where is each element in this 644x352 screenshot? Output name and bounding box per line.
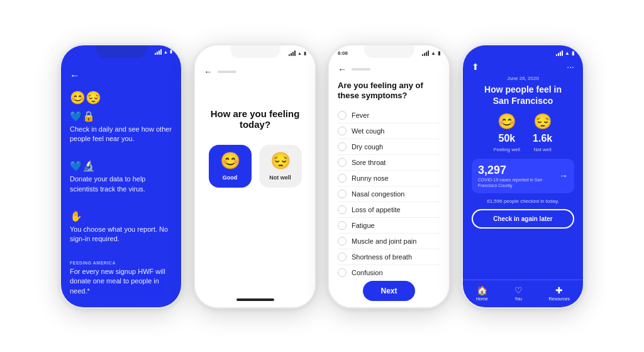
good-option[interactable]: 😊 Good [209,145,252,188]
phone-3-content: ← Are you feeling any of these symptoms?… [329,59,449,307]
status-time-3: 8:08 [338,50,348,56]
phone-4-screen: ▲ ▮ ⬆ ··· June 26, 2020 How people feel … [463,45,583,307]
feeding-america-section: FEEDING AMERICA For every new signup HWF… [70,261,172,305]
section-2: 💙🔬 Donate your data to help scientists t… [70,160,172,203]
symptom-dry-cough[interactable]: Dry cough [338,139,440,155]
nav-home[interactable]: 🏠 Home [476,285,488,301]
nav-resources[interactable]: ✚ Resources [549,285,570,301]
more-icon[interactable]: ··· [567,62,574,72]
battery-icon-1: ▮ [170,49,172,54]
progress-indicator-2 [218,71,236,73]
next-button-3[interactable]: Next [363,281,414,301]
wifi-icon-1: ▲ [164,50,168,54]
battery-icon-2: ▮ [304,51,306,56]
notwell-option[interactable]: 😔 Not well [259,145,302,188]
phone-2-content: ← How are you feeling today? 😊 Good 😔 No… [195,59,315,298]
notwell-emoji: 😔 [533,113,552,130]
home-nav-label: Home [476,297,488,301]
well-stat: 😊 50k Feeling well [494,113,520,152]
checkbox-sore-throat[interactable] [338,158,347,167]
feeling-stats: 😊 50k Feeling well 😔 1.6k Not well [463,113,583,159]
covid-arrow-icon[interactable]: → [559,171,568,181]
back-button-2[interactable]: ← [204,67,213,77]
nav-2: ← [204,64,306,77]
symptom-wet-cough[interactable]: Wet cough [338,123,440,139]
symptom-shortness-breath[interactable]: Shortness of breath [338,249,440,265]
resources-nav-label: Resources [549,297,570,301]
symptom-label-dry-cough: Dry cough [352,143,383,150]
icon-1: 💙🔒 [70,110,172,122]
dashboard-date: June 26, 2020 [463,76,583,84]
checkbox-loss-appetite[interactable] [338,205,347,214]
symptom-label-confusion: Confusion [352,269,383,276]
notwell-label: Not well [533,147,551,152]
you-nav-label: You [514,297,522,301]
symptom-runny-nose[interactable]: Runny nose [338,171,440,186]
signal-icon-3 [422,50,429,56]
covid-card[interactable]: 3,297 COVID-19 cases reported in San Fra… [472,159,574,193]
phone-2-screen: ▲ ▮ ← How are you feeling today? 😊 Good … [195,45,315,307]
checkbox-muscle-pain[interactable] [338,237,347,246]
symptom-fever[interactable]: Fever [338,108,440,123]
share-icon[interactable]: ⬆ [472,62,479,72]
covid-card-info: 3,297 COVID-19 cases reported in San Fra… [478,164,559,188]
checkbox-runny-nose[interactable] [338,174,347,183]
symptom-label-runny-nose: Runny nose [352,174,389,182]
checkbox-nasal-congestion[interactable] [338,190,347,198]
covid-label: COVID-19 cases reported in San Francisco… [478,177,559,188]
symptom-list: Fever Wet cough Dry cough Sore throat [338,108,440,276]
phone-3-symptoms: 8:08 ▲ ▮ ← Are you feeling any of these … [328,44,450,309]
phone-3-screen: 8:08 ▲ ▮ ← Are you feeling any of these … [329,45,449,307]
checkbox-shortness-breath[interactable] [338,253,347,261]
wifi-icon-2: ▲ [297,51,302,55]
feeling-options: 😊 Good 😔 Not well [204,145,306,188]
symptom-nasal-congestion[interactable]: Nasal congestion [338,186,440,202]
app-scene: ▲ ▮ ← 😊😔 💙🔒 Check in daily and see how o… [0,0,644,352]
back-button-3[interactable]: ← [338,64,347,74]
text-2: Donate your data to help scientists trac… [70,174,172,194]
phone-1-content: ← 😊😔 💙🔒 Check in daily and see how other… [61,56,181,307]
title-city: San Francisco [472,95,574,106]
phone-4-dashboard: ▲ ▮ ⬆ ··· June 26, 2020 How people feel … [462,44,584,309]
progress-indicator-3 [352,68,370,71]
symptom-label-shortness-breath: Shortness of breath [352,253,412,261]
well-emoji: 😊 [497,113,516,130]
symptom-label-sore-throat: Sore throat [352,159,386,166]
nav-you[interactable]: ♡ You [514,285,523,301]
symptom-fatigue[interactable]: Fatigue [338,218,440,234]
symptom-label-muscle-pain: Muscle and joint pain [352,237,416,245]
notch-4 [498,45,548,58]
question-2: How are you feeling today? [204,108,306,130]
signal-icon-2 [289,50,296,56]
icon-3: ✋ [70,210,172,222]
dashboard-title: How people feel in San Francisco [463,84,583,113]
wifi-icon-4: ▲ [565,50,570,56]
checkbox-confusion[interactable] [338,268,347,276]
battery-icon-3: ▮ [438,50,440,56]
checkbox-wet-cough[interactable] [338,127,347,135]
home-nav-icon: 🏠 [477,285,487,295]
notwell-emoji: 😔 [270,151,291,171]
section-1: 💙🔒 Check in daily and see how other peop… [70,110,172,153]
signal-icon-1 [155,49,162,55]
signal-icon-4 [556,50,563,56]
symptom-confusion[interactable]: Confusion [338,265,440,276]
symptom-sore-throat[interactable]: Sore throat [338,155,440,171]
hero-emoji-1: 😊😔 [70,90,172,105]
checkbox-fever[interactable] [338,111,347,120]
checkin-count: 61,596 people checked in today. [463,198,583,204]
back-button-1[interactable]: ← [70,70,172,81]
you-nav-icon: ♡ [514,285,523,295]
title-line1: How people feel in [484,84,562,94]
checkbox-fatigue[interactable] [338,221,347,230]
good-emoji: 😊 [220,151,240,171]
notwell-count: 1.6k [533,133,552,144]
checkin-again-button[interactable]: Check in again later [472,209,574,229]
symptom-loss-appetite[interactable]: Loss of appetite [338,202,440,218]
wifi-icon-3: ▲ [431,50,436,56]
phone-2-feeling: ▲ ▮ ← How are you feeling today? 😊 Good … [194,44,316,309]
symptom-label-loss-appetite: Loss of appetite [352,206,401,213]
checkbox-dry-cough[interactable] [338,142,347,151]
icon-2: 💙🔬 [70,160,172,172]
symptom-muscle-pain[interactable]: Muscle and joint pain [338,234,440,249]
